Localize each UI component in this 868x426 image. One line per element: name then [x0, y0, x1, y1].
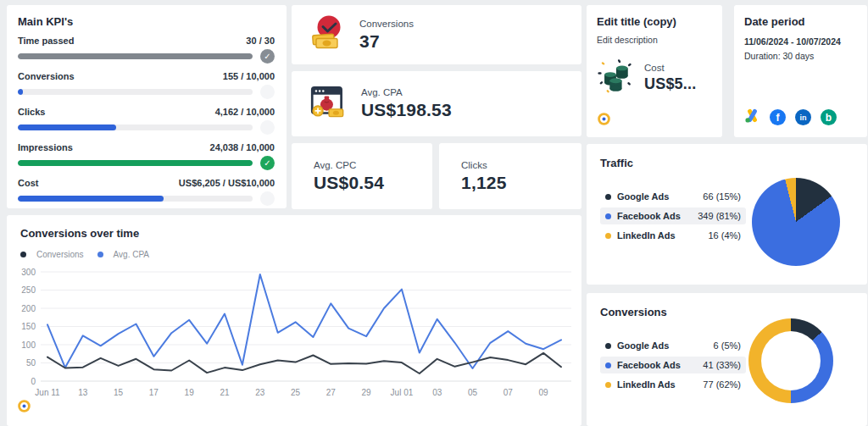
- traffic-panel: Traffic Google Ads66 (15%)Facebook Ads34…: [587, 144, 867, 285]
- conversions-breakdown-title: Conversions: [600, 306, 854, 318]
- edit-description-field[interactable]: Edit description: [597, 35, 712, 45]
- kpi-row: Conversions155 / 10,000: [18, 71, 275, 99]
- platform-icons-row: f in b: [744, 108, 837, 127]
- legend-row-linkedin-ads[interactable]: LinkedIn Ads77 (62%): [600, 376, 746, 393]
- legend-label: Google Ads: [617, 340, 714, 351]
- svg-text:100: 100: [21, 340, 36, 350]
- kpi-progress-fill: [18, 89, 23, 95]
- legend-item-conversions[interactable]: Conversions: [20, 250, 84, 259]
- svg-text:25: 25: [291, 388, 301, 397]
- clicks-stat-value: 1,125: [461, 173, 507, 193]
- cpa-stat-label: Avg. CPA: [361, 87, 452, 97]
- kpi-label: Conversions: [18, 71, 75, 81]
- google-ads-icon[interactable]: [744, 108, 760, 127]
- kpi-label: Impressions: [18, 142, 73, 152]
- donut-hole: [761, 331, 821, 390]
- kpi-value: US$6,205 / US$10,000: [179, 178, 275, 188]
- svg-text:250: 250: [21, 285, 36, 295]
- traffic-title: Traffic: [600, 157, 854, 169]
- edit-title-panel: Edit title (copy) Edit description: [587, 5, 722, 137]
- kpi-label: Clicks: [18, 107, 45, 117]
- chart-title: Conversions over time: [20, 227, 568, 240]
- cost-widget-label: Cost: [644, 63, 696, 73]
- cpc-stat-text: Avg. CPC US$0.54: [314, 160, 384, 193]
- kpi-progress-track: [18, 196, 253, 202]
- kpi-status-badge: [260, 120, 275, 135]
- legend-value: 77 (62%): [703, 379, 741, 390]
- conversions-donut-chart: [748, 318, 833, 403]
- chart-legend: Conversions Avg. CPA: [20, 250, 568, 259]
- svg-text:27: 27: [326, 388, 337, 397]
- legend-value: 66 (15%): [703, 191, 741, 202]
- date-range-value: 11/06/2024 - 10/07/2024: [744, 36, 857, 47]
- legend-label: Google Ads: [617, 191, 703, 202]
- legend-label: Facebook Ads: [617, 360, 703, 370]
- cost-widget-text: Cost US$5...: [644, 63, 696, 93]
- edit-title-field[interactable]: Edit title (copy): [597, 15, 712, 28]
- main-kpi-title: Main KPI's: [18, 15, 275, 28]
- kpi-progress-fill: [18, 124, 116, 130]
- legend-dot: [605, 194, 611, 200]
- legend-label: Facebook Ads: [617, 211, 698, 221]
- legend-value: 16 (4%): [708, 230, 741, 241]
- conversions-legend-dot: [20, 252, 26, 257]
- svg-text:Jun 11: Jun 11: [35, 388, 60, 397]
- cpa-browser-money-icon: [307, 81, 349, 127]
- clicks-stat-text: Clicks 1,125: [461, 160, 507, 193]
- conversions-legend-label: Conversions: [36, 250, 84, 259]
- bing-icon[interactable]: b: [821, 109, 837, 125]
- legend-item-avg-cpa[interactable]: Avg. CPA: [97, 250, 149, 259]
- svg-text:03: 03: [432, 388, 442, 397]
- kpi-progress-fill: [18, 196, 164, 202]
- avg-cpa-legend-dot: [97, 252, 103, 257]
- svg-text:200: 200: [21, 304, 36, 313]
- legend-row-google-ads[interactable]: Google Ads66 (15%): [600, 188, 746, 205]
- legend-dot: [605, 362, 611, 368]
- facebook-icon[interactable]: f: [770, 109, 786, 125]
- svg-text:05: 05: [468, 388, 478, 397]
- kpi-row: Impressions24,038 / 10,000✓: [18, 142, 275, 170]
- legend-label: LinkedIn Ads: [617, 379, 703, 390]
- legend-value: 349 (81%): [698, 211, 741, 221]
- svg-text:17: 17: [149, 388, 159, 397]
- kpi-progress-track: [18, 89, 253, 95]
- kpi-status-badge: [260, 191, 275, 206]
- conversions-check-money-icon: [307, 13, 348, 57]
- cpc-stat-value: US$0.54: [314, 173, 384, 193]
- svg-text:13: 13: [78, 388, 88, 397]
- cpa-stat-text: Avg. CPA US$198.53: [361, 87, 452, 120]
- legend-row-google-ads[interactable]: Google Ads6 (5%): [600, 337, 746, 354]
- kpi-progress-track: [18, 124, 253, 130]
- conversions-over-time-panel: Conversions over time Conversions Avg. C…: [7, 215, 581, 426]
- conversions-stat-label: Conversions: [359, 19, 414, 29]
- date-duration-value: Duration: 30 days: [744, 51, 857, 61]
- traffic-legend: Google Ads66 (15%)Facebook Ads349 (81%)L…: [600, 188, 746, 244]
- svg-text:19: 19: [185, 388, 195, 397]
- kpi-row: Clicks4,162 / 10,000: [18, 107, 275, 135]
- svg-text:23: 23: [255, 388, 265, 397]
- kpi-progress-track: [18, 53, 253, 59]
- avg-cpa-stat-card: Avg. CPA US$198.53: [292, 71, 581, 136]
- legend-row-linkedin-ads[interactable]: LinkedIn Ads16 (4%): [600, 227, 746, 244]
- legend-dot: [605, 233, 611, 239]
- conversions-breakdown-legend: Google Ads6 (5%)Facebook Ads41 (33%)Link…: [600, 337, 746, 393]
- svg-text:29: 29: [362, 388, 372, 397]
- cost-widget: Cost US$5...: [597, 57, 712, 99]
- svg-text:07: 07: [504, 388, 514, 397]
- kpi-value: 30 / 30: [246, 36, 275, 46]
- legend-dot: [605, 382, 611, 388]
- kpi-value: 4,162 / 10,000: [215, 107, 275, 117]
- svg-text:15: 15: [114, 388, 124, 397]
- legend-value: 41 (33%): [703, 360, 741, 370]
- kpi-row: CostUS$6,205 / US$10,000: [18, 178, 275, 206]
- legend-row-facebook-ads[interactable]: Facebook Ads41 (33%): [600, 357, 746, 373]
- avg-cpa-legend-label: Avg. CPA: [114, 250, 149, 259]
- svg-text:50: 50: [26, 358, 36, 368]
- svg-text:0: 0: [31, 377, 36, 386]
- svg-text:300: 300: [21, 268, 36, 277]
- kpi-status-badge: [260, 85, 275, 99]
- linkedin-icon[interactable]: in: [795, 109, 811, 125]
- legend-row-facebook-ads[interactable]: Facebook Ads349 (81%): [600, 207, 746, 224]
- cost-widget-value: US$5...: [644, 75, 696, 93]
- conversions-breakdown-panel: Conversions Google Ads6 (5%)Facebook Ads…: [587, 293, 867, 426]
